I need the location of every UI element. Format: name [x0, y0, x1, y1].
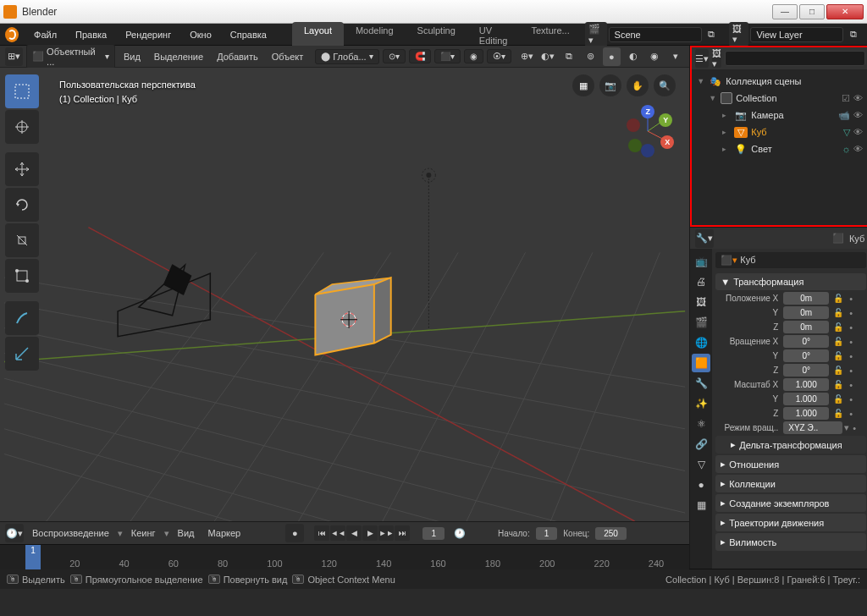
tool-select-box[interactable] [5, 74, 39, 108]
camera-data-icon[interactable]: 📹 [838, 110, 850, 121]
panel-motion-paths[interactable]: ▸ Траектории движения [715, 514, 866, 531]
object-name-field[interactable]: ⬛▾ Куб [715, 252, 866, 268]
outliner-type-icon[interactable]: ☰▾ [695, 49, 709, 68]
camera-gizmo[interactable] [118, 265, 210, 336]
timeline-editor-type[interactable]: 🕐▾ [5, 524, 24, 542]
eye-icon[interactable]: 👁 [853, 144, 863, 154]
ptab-output[interactable]: 🖨 [692, 272, 710, 291]
play-reverse[interactable]: ◀ [346, 525, 362, 541]
gizmo-visibility[interactable]: ⊕▾ [518, 47, 536, 66]
timeline-playback[interactable]: Воспроизведение [27, 525, 114, 541]
scale-y[interactable]: 1.000 [783, 393, 829, 405]
shading-solid[interactable]: ● [603, 47, 621, 66]
rotation-x[interactable]: 0° [783, 335, 829, 348]
zoom-icon[interactable]: 🔍 [654, 74, 676, 96]
panel-instancing[interactable]: ▸ Создание экземпляров [715, 494, 866, 512]
tab-uv-editing[interactable]: UV Editing [467, 22, 520, 49]
proportional-falloff[interactable]: ⦿▾ [487, 49, 511, 63]
tool-scale[interactable] [5, 223, 39, 257]
ptab-viewlayer[interactable]: 🖼 [692, 293, 710, 311]
play[interactable]: ▶ [362, 525, 378, 541]
light-gizmo[interactable] [422, 168, 435, 328]
rotation-z[interactable]: 0° [783, 364, 829, 377]
view-layer-field[interactable] [750, 27, 843, 42]
ptab-world[interactable]: 🌐 [692, 333, 710, 352]
timeline-view[interactable]: Вид [173, 525, 200, 541]
shading-options[interactable]: ▾ [666, 47, 684, 66]
editor-type-icon[interactable]: ⊞▾ [5, 47, 23, 66]
outliner-display-mode[interactable]: 🖼▾ [712, 49, 721, 68]
pivot-point[interactable]: ⊙▾ [383, 49, 406, 63]
camera-view-button[interactable]: ▦ [572, 74, 594, 96]
menu-window[interactable]: Окно [181, 27, 220, 42]
pan-icon[interactable]: ✋ [627, 74, 649, 96]
next-keyframe[interactable]: ►► [378, 525, 394, 541]
mesh-data-icon[interactable]: ▽ [843, 127, 850, 138]
ptab-scene[interactable]: 🎬 [692, 313, 710, 332]
panel-visibility[interactable]: ▸ Вилимость [715, 533, 866, 551]
tree-scene-collection[interactable]: ▼🎭 Коллекция сцены [692, 73, 867, 90]
shading-wireframe[interactable]: ⊚ [582, 47, 599, 66]
rotation-y[interactable]: 0° [783, 349, 829, 362]
transform-orientation[interactable]: ⬤ Глоба...▾ [315, 49, 378, 64]
current-frame[interactable]: 1 [422, 527, 445, 540]
menu-render[interactable]: Рендеринг [117, 27, 179, 42]
ptab-render[interactable]: 📺 [692, 252, 710, 271]
eye-icon[interactable]: 👁 [853, 93, 863, 104]
ptab-physics[interactable]: ⚛ [692, 415, 710, 433]
tree-cube[interactable]: ▸▽ Куб ▽👁 [692, 124, 867, 140]
start-frame[interactable]: 1 [536, 527, 558, 540]
snap-options[interactable]: ⬛▾ [434, 49, 461, 63]
timeline-keying[interactable]: Кеинг [126, 525, 161, 541]
tab-modeling[interactable]: Modeling [344, 22, 406, 49]
panel-transform-header[interactable]: ▼ Трансформация [715, 273, 866, 290]
shading-material[interactable]: ◐ [624, 47, 642, 66]
view-layer-browse-icon[interactable]: 🖼▾ [729, 22, 748, 47]
light-data-icon[interactable]: ☼ [842, 144, 850, 154]
jump-end[interactable]: ⏭ [395, 525, 410, 541]
properties-type-icon[interactable]: 🔧▾ [695, 229, 714, 248]
timeline-track[interactable]: 1 02040 6080100 120140160 180200220 240 [0, 544, 689, 569]
maximize-button[interactable]: □ [799, 4, 825, 19]
header-menu-object[interactable]: Объект [267, 49, 308, 64]
axis-gizmo[interactable]: X Y Z [623, 107, 672, 156]
location-x[interactable]: 0m [783, 292, 829, 305]
tool-rotate[interactable] [5, 188, 39, 222]
location-z[interactable]: 0m [783, 321, 829, 333]
scene-name-field[interactable] [609, 27, 702, 42]
scale-x[interactable]: 1.000 [783, 378, 829, 391]
tool-cursor[interactable] [5, 110, 39, 144]
prev-keyframe[interactable]: ◄◄ [330, 525, 345, 541]
tab-texture[interactable]: Texture... [519, 22, 581, 49]
cube-object[interactable] [315, 278, 390, 355]
close-button[interactable]: ✕ [826, 4, 864, 19]
menu-file[interactable]: Файл [25, 27, 65, 42]
eye-icon[interactable]: 👁 [853, 127, 863, 138]
tab-layout[interactable]: Layout [292, 22, 344, 49]
mode-selector[interactable]: ⬛Объектный ...▾ [26, 44, 115, 69]
new-scene-button[interactable]: ⧉ [704, 25, 721, 44]
header-menu-select[interactable]: Выделение [149, 49, 208, 64]
end-frame[interactable]: 250 [595, 527, 627, 540]
blender-logo-icon[interactable] [5, 27, 19, 42]
header-menu-view[interactable]: Вид [119, 49, 146, 64]
location-y[interactable]: 0m [783, 306, 829, 319]
xray-toggle[interactable]: ⧉ [561, 47, 578, 66]
scene-browse-icon[interactable]: 🎬▾ [585, 22, 607, 47]
lock-icon[interactable]: 🔓 [831, 294, 846, 303]
new-view-layer-button[interactable]: ⧉ [845, 25, 862, 44]
snap-toggle[interactable]: 🧲 [409, 49, 431, 63]
minimize-button[interactable]: — [772, 4, 798, 19]
tool-measure[interactable] [5, 337, 39, 371]
eye-icon[interactable]: 👁 [853, 110, 863, 121]
menu-help[interactable]: Справка [222, 27, 275, 42]
rotation-mode[interactable]: XYZ Э.. [783, 421, 842, 434]
ptab-material[interactable]: ● [692, 476, 710, 494]
tab-sculpting[interactable]: Sculpting [406, 22, 467, 49]
tool-move[interactable] [5, 152, 39, 186]
ptab-modifiers[interactable]: 🔧 [692, 374, 710, 393]
tree-camera[interactable]: ▸📷 Камера 📹👁 [692, 107, 867, 124]
overlay-visibility[interactable]: ◐▾ [539, 47, 557, 66]
ptab-object[interactable]: 🟧 [692, 354, 710, 372]
panel-relations[interactable]: ▸ Отношения [715, 455, 866, 473]
